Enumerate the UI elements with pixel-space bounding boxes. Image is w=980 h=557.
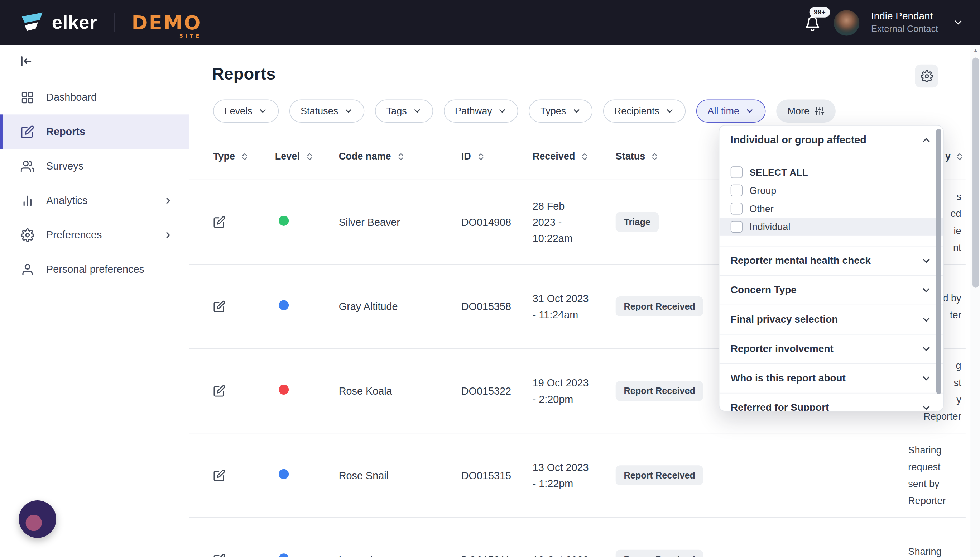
- report-type-icon: [213, 554, 226, 557]
- panel-option-individual[interactable]: Individual: [719, 218, 943, 236]
- status-badge: Triage: [616, 212, 659, 232]
- table-settings-button[interactable]: [915, 65, 938, 88]
- panel-section-individual-or-group-affected[interactable]: Individual or group affected: [719, 126, 943, 155]
- status-cell: Report Received: [616, 550, 727, 557]
- id-cell: DO014908: [461, 216, 533, 228]
- sidebar-item-label: Preferences: [46, 229, 102, 241]
- panel-section-reporter-involvement[interactable]: Reporter involvement: [719, 334, 943, 363]
- status-cell: Report Received: [616, 465, 727, 485]
- filter-more[interactable]: More: [776, 99, 836, 122]
- report-type-icon: [213, 216, 226, 228]
- panel-option-other[interactable]: Other: [719, 200, 943, 218]
- sidebar-item-label: Surveys: [46, 160, 83, 172]
- filter-types[interactable]: Types: [529, 99, 592, 122]
- scrollbar-up-button[interactable]: ▲: [972, 45, 980, 56]
- demo-site-sub-label: SITE: [180, 33, 202, 38]
- filter-recipients[interactable]: Recipients: [603, 99, 686, 122]
- checkbox[interactable]: [731, 221, 743, 233]
- level-cell: [275, 216, 339, 228]
- checkbox[interactable]: [731, 166, 743, 178]
- sidebar-item-analytics[interactable]: Analytics: [0, 183, 189, 218]
- column-header-received[interactable]: Received: [533, 151, 616, 162]
- received-cell: 28 Feb2023 -10:22am: [533, 197, 616, 246]
- panel-section-who-is-this-report-about[interactable]: Who is this report about: [719, 363, 943, 393]
- user-menu[interactable]: Indie Pendant External Contact: [871, 10, 938, 35]
- chevron-down-icon: [920, 402, 931, 412]
- report-type-icon: [213, 384, 226, 397]
- column-header-level[interactable]: Level: [275, 151, 339, 162]
- code-name-cell: Rose Koala: [339, 385, 461, 397]
- checkbox[interactable]: [731, 202, 743, 214]
- page-title: Reports: [212, 65, 276, 84]
- panel-section-reporter-mental-health-check[interactable]: Reporter mental health check: [719, 246, 943, 275]
- level-dot: [279, 469, 289, 479]
- chevron-down-icon: [258, 106, 267, 116]
- code-name-cell: Silver Beaver: [339, 216, 461, 228]
- panel-section-concern-type[interactable]: Concern Type: [719, 275, 943, 305]
- filter-pathway[interactable]: Pathway: [444, 99, 518, 122]
- chevron-down-icon: [920, 344, 931, 355]
- chevron-down-icon: [572, 106, 581, 116]
- checkbox-label: Individual: [749, 221, 790, 232]
- level-cell: [275, 469, 339, 482]
- type-cell: [213, 216, 275, 228]
- chevron-down-icon: [920, 255, 931, 266]
- sort-icon: [305, 151, 314, 161]
- partial-column-header[interactable]: y: [945, 151, 964, 162]
- panel-option-list: SELECT ALL Group Other Individual: [719, 155, 943, 246]
- code-name-cell: Rose Snail: [339, 469, 461, 481]
- chevron-up-icon: [920, 134, 931, 145]
- panel-option-select-all[interactable]: SELECT ALL: [719, 163, 943, 181]
- sidebar-item-reports[interactable]: Reports: [0, 114, 189, 149]
- chat-launcher-button[interactable]: [19, 500, 56, 538]
- sidebar: Dashboard Reports Surveys Analytics Pref…: [0, 45, 190, 557]
- type-cell: [213, 384, 275, 397]
- chevron-right-icon: [163, 195, 173, 205]
- chevron-right-icon: [163, 230, 173, 240]
- received-cell: 31 Oct 2023- 11:24am: [533, 290, 616, 323]
- level-dot: [279, 216, 289, 226]
- activity-cell: Sharingrequestsent byReporter: [908, 441, 961, 509]
- panel-section-label: Referred for Support: [731, 402, 829, 412]
- elker-logo-icon: [21, 11, 44, 34]
- gear-icon: [920, 70, 933, 82]
- sidebar-item-dashboard[interactable]: Dashboard: [0, 80, 189, 114]
- sidebar-nav: Dashboard Reports Surveys Analytics Pref…: [0, 80, 189, 287]
- sidebar-item-label: Personal preferences: [46, 264, 144, 275]
- checkbox[interactable]: [731, 185, 743, 196]
- chevron-down-icon: [412, 106, 422, 116]
- notifications-button[interactable]: 99+: [804, 14, 822, 31]
- partial-column-label: y: [945, 151, 951, 162]
- sidebar-item-personal-preferences[interactable]: Personal preferences: [0, 252, 189, 287]
- panel-section-final-privacy-selection[interactable]: Final privacy selection: [719, 305, 943, 334]
- page-scrollbar: ▲: [971, 45, 980, 557]
- chevron-down-icon: [920, 285, 931, 296]
- panel-section-title: Individual or group affected: [731, 134, 866, 145]
- avatar[interactable]: [834, 10, 859, 36]
- filter-all-time[interactable]: All time: [696, 99, 766, 122]
- panel-option-group[interactable]: Group: [719, 181, 943, 200]
- sidebar-item-preferences[interactable]: Preferences: [0, 218, 189, 252]
- user-menu-chevron-down-icon[interactable]: [952, 17, 964, 28]
- column-header-label: Received: [533, 151, 575, 162]
- sort-icon: [240, 151, 249, 161]
- filter-tags[interactable]: Tags: [375, 99, 433, 122]
- chevron-down-icon: [665, 106, 675, 116]
- type-cell: [213, 300, 275, 313]
- table-row[interactable]: Rose Snail DO015315 13 Oct 2023- 1:22pm …: [190, 433, 966, 518]
- sidebar-collapse-button[interactable]: [19, 54, 37, 72]
- panel-scrollbar-thumb[interactable]: [936, 129, 941, 394]
- table-row[interactable]: Lavender DO015311 12 Oct 2023 Report Rec…: [190, 518, 966, 557]
- column-header-id[interactable]: ID: [461, 151, 533, 162]
- filter-levels[interactable]: Levels: [213, 99, 279, 122]
- sidebar-item-surveys[interactable]: Surveys: [0, 149, 189, 183]
- panel-section-referred-for-support[interactable]: Referred for Support: [719, 393, 943, 412]
- filter-label: Tags: [386, 105, 407, 117]
- filter-label: More: [787, 105, 810, 117]
- column-header-status[interactable]: Status: [616, 151, 727, 162]
- filter-statuses[interactable]: Statuses: [289, 99, 365, 122]
- scrollbar-thumb[interactable]: [972, 58, 978, 288]
- column-header-code-name[interactable]: Code name: [339, 151, 461, 162]
- column-header-type[interactable]: Type: [213, 151, 275, 162]
- panel-sections: Reporter mental health check Concern Typ…: [719, 246, 943, 412]
